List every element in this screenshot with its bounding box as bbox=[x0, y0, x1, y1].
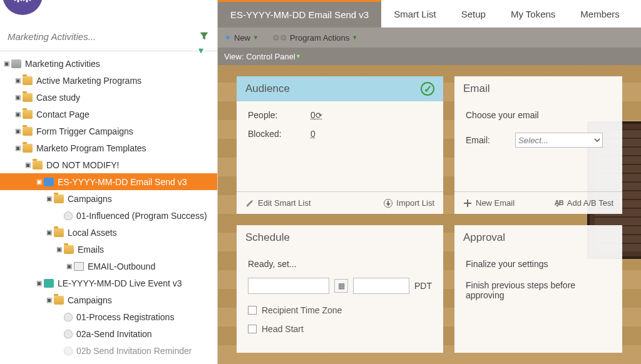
tree-item[interactable]: ▣Local Assets bbox=[0, 224, 217, 241]
panel-title: Audience bbox=[245, 83, 290, 95]
blocked-value: 0 bbox=[310, 129, 315, 139]
new-menu[interactable]: ✦New ▼ bbox=[224, 33, 259, 43]
refresh-icon[interactable]: ⟳ bbox=[315, 111, 322, 120]
pencil-icon bbox=[244, 197, 256, 210]
tree-item[interactable]: ▣Active Marketing Programs bbox=[0, 72, 217, 89]
tree-item[interactable]: ▣Marketo Program Templates bbox=[0, 139, 217, 156]
tab-smart-list[interactable]: Smart List bbox=[381, 0, 449, 28]
tree-item[interactable]: ▣Campaigns bbox=[0, 291, 217, 308]
plus-icon bbox=[463, 199, 472, 208]
ab-icon: A͓B bbox=[555, 199, 563, 207]
tree-item[interactable]: ▣LE-YYYY-MM-DD Live Event v3 bbox=[0, 275, 217, 291]
recipient-timezone-label: Recipient Time Zone bbox=[262, 305, 342, 315]
main-area: ES-YYYY-MM-DD Email Send v3 Smart List S… bbox=[218, 0, 641, 364]
edit-smart-list-link[interactable]: Edit Smart List bbox=[245, 198, 311, 208]
nav-tree: ▣Marketing Activities ▣Active Marketing … bbox=[0, 51, 217, 364]
panel-subtitle: Finalize your settings bbox=[466, 259, 611, 269]
tree-item[interactable]: 02a-Send Invitation bbox=[0, 325, 217, 342]
schedule-panel: Schedule Ready, set... ▦ PDT Recipient T… bbox=[237, 225, 443, 353]
panel-subtitle: Choose your email bbox=[466, 110, 611, 120]
gears-icon: ⚙⚙ bbox=[272, 33, 287, 43]
chevron-down-icon: ▼ bbox=[253, 34, 259, 41]
import-icon bbox=[384, 199, 392, 208]
left-sidebar: ⁂ ▾ ▣Marketing Activities ▣Active Market… bbox=[0, 0, 218, 364]
tab-members[interactable]: Members bbox=[568, 0, 632, 28]
chevron-down-icon: ▼ bbox=[295, 53, 301, 59]
tab-setup[interactable]: Setup bbox=[449, 0, 498, 28]
email-panel: Email Choose your email Email: Select...… bbox=[454, 76, 622, 214]
email-select[interactable]: Select... bbox=[515, 133, 603, 148]
schedule-date-input[interactable] bbox=[248, 278, 329, 294]
panel-title: Approval bbox=[463, 231, 505, 244]
tree-item[interactable]: ▣DO NOT MODIFY! bbox=[0, 156, 217, 173]
panel-title: Email bbox=[463, 83, 490, 95]
email-field-label: Email: bbox=[466, 135, 490, 145]
tree-item[interactable]: 02b Send Invitation Reminder bbox=[0, 342, 217, 359]
timezone-label: PDT bbox=[414, 281, 432, 291]
head-start-checkbox[interactable] bbox=[248, 325, 257, 333]
brand-logo: ⁂ bbox=[3, 0, 43, 15]
chevron-down-icon: ▼ bbox=[352, 34, 357, 41]
audience-panel: Audience✓ People:0⟳ Blocked:0 Edit Smart… bbox=[237, 76, 443, 214]
tree-item[interactable]: 01-Process Registrations bbox=[0, 308, 217, 325]
blocked-label: Blocked: bbox=[248, 129, 292, 139]
approval-message: Finish previous steps before approving bbox=[466, 280, 611, 300]
action-toolbar: ✦New ▼ ⚙⚙Program Actions ▼ bbox=[218, 28, 641, 48]
check-icon: ✓ bbox=[421, 82, 434, 96]
panel-subtitle: Ready, set... bbox=[248, 259, 432, 269]
schedule-time-input[interactable] bbox=[353, 278, 409, 294]
tree-search-input[interactable] bbox=[5, 28, 198, 46]
calendar-icon[interactable]: ▦ bbox=[334, 279, 348, 293]
people-label: People: bbox=[248, 110, 292, 120]
tree-item[interactable]: ▣Contact Page bbox=[0, 106, 217, 123]
program-actions-menu[interactable]: ⚙⚙Program Actions ▼ bbox=[272, 33, 357, 43]
tree-item-selected[interactable]: ▣ES-YYYY-MM-DD Email Send v3 bbox=[0, 173, 217, 190]
tree-item[interactable]: ▣Emails bbox=[0, 241, 217, 258]
tree-item[interactable]: 01-Influenced (Program Success) bbox=[0, 207, 217, 224]
tree-item[interactable]: ▣EMAIL-Outbound bbox=[0, 258, 217, 275]
tab-my-tokens[interactable]: My Tokens bbox=[498, 0, 568, 28]
import-list-link[interactable]: Import List bbox=[384, 198, 434, 208]
tree-root[interactable]: ▣Marketing Activities bbox=[0, 55, 217, 72]
tree-item[interactable]: ▣Case study bbox=[0, 89, 217, 106]
recipient-timezone-checkbox[interactable] bbox=[248, 306, 257, 315]
head-start-label: Head Start bbox=[262, 324, 304, 334]
sparkle-icon: ✦ bbox=[224, 33, 232, 43]
tree-item[interactable]: ▣Campaigns bbox=[0, 190, 217, 207]
tree-item[interactable]: ▣Form Trigger Campaigns bbox=[0, 123, 217, 139]
filter-icon[interactable]: ▾ bbox=[198, 31, 211, 43]
view-selector[interactable]: View: Control Panel ▼ bbox=[218, 48, 641, 65]
panel-title: Schedule bbox=[245, 231, 290, 244]
control-panel-canvas: Audience✓ People:0⟳ Blocked:0 Edit Smart… bbox=[218, 65, 641, 364]
tab-bar: ES-YYYY-MM-DD Email Send v3 Smart List S… bbox=[218, 0, 641, 28]
people-value: 0⟳ bbox=[310, 110, 322, 120]
new-email-link[interactable]: New Email bbox=[463, 198, 515, 208]
add-ab-test-link[interactable]: A͓BAdd A/B Test bbox=[555, 198, 613, 208]
approval-panel: Approval Finalize your settings Finish p… bbox=[454, 225, 622, 353]
tab-program[interactable]: ES-YYYY-MM-DD Email Send v3 bbox=[218, 0, 381, 28]
